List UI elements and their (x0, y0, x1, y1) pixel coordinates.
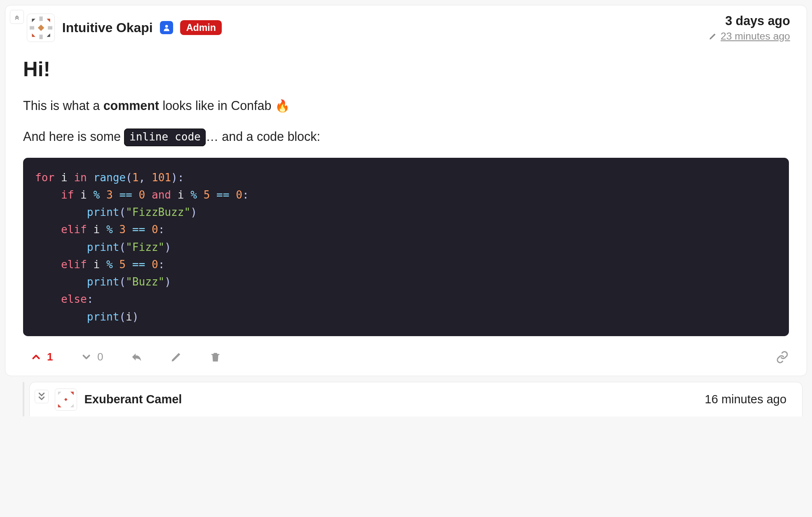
comment-header: Intuitive Okapi Admin 3 days ago 23 minu… (5, 5, 807, 47)
permalink-button[interactable] (776, 351, 789, 364)
fire-emoji-icon: 🔥 (275, 99, 290, 112)
svg-marker-2 (47, 19, 50, 22)
svg-rect-0 (38, 24, 44, 31)
avatar[interactable] (55, 388, 77, 411)
trash-icon (209, 351, 221, 363)
svg-point-9 (165, 25, 168, 28)
reply-thread: Exuberant Camel 16 minutes ago (5, 376, 807, 417)
upvote-count: 1 (47, 351, 53, 363)
downvote-count: 0 (97, 351, 103, 363)
chevrons-up-icon (13, 13, 21, 21)
svg-rect-7 (30, 26, 34, 29)
author-name[interactable]: Exuberant Camel (84, 393, 182, 406)
svg-rect-8 (48, 26, 52, 29)
bold-text: comment (103, 98, 159, 112)
svg-marker-4 (47, 33, 50, 37)
comment-meta: 3 days ago 23 minutes ago (709, 14, 790, 42)
reply-button[interactable] (131, 351, 143, 363)
comment-heading: Hi! (23, 57, 789, 81)
author-name[interactable]: Intuitive Okapi (62, 20, 153, 35)
role-badge: Admin (180, 20, 222, 35)
author-row: Intuitive Okapi Admin (27, 14, 222, 42)
downvote-button[interactable]: 0 (80, 351, 103, 363)
collapse-button[interactable] (10, 10, 24, 24)
link-icon (776, 351, 789, 364)
avatar[interactable] (27, 14, 55, 42)
text-segment: This is what a (23, 98, 103, 112)
svg-marker-3 (32, 33, 35, 37)
svg-marker-13 (58, 404, 61, 407)
pencil-icon (170, 351, 182, 363)
user-badge[interactable] (160, 21, 173, 34)
comment-paragraph-1: This is what a comment looks like in Con… (23, 96, 789, 115)
reply-card: Exuberant Camel 16 minutes ago (29, 382, 803, 416)
text-segment: … and a code block: (206, 129, 320, 143)
edited-time-text: 23 minutes ago (720, 30, 790, 42)
text-segment: And here is some (23, 129, 124, 143)
comment-card: Intuitive Okapi Admin 3 days ago 23 minu… (5, 5, 807, 376)
edited-time[interactable]: 23 minutes ago (709, 30, 790, 42)
chevrons-down-icon (35, 390, 48, 403)
delete-button[interactable] (209, 351, 221, 363)
avatar-identicon-icon (30, 16, 52, 39)
svg-marker-14 (70, 404, 74, 407)
chevron-down-icon (80, 351, 92, 363)
reply-header: Exuberant Camel 16 minutes ago (30, 382, 802, 416)
posted-time[interactable]: 3 days ago (725, 14, 790, 28)
svg-marker-1 (32, 19, 35, 22)
svg-rect-6 (39, 35, 42, 39)
chevron-up-icon (30, 351, 42, 363)
svg-rect-5 (39, 16, 42, 21)
thread-line (23, 382, 24, 416)
posted-time[interactable]: 16 minutes ago (705, 393, 786, 406)
comment-paragraph-2: And here is some inline code… and a code… (23, 127, 789, 146)
svg-rect-10 (64, 398, 68, 401)
inline-code: inline code (124, 129, 206, 146)
avatar-identicon-icon (57, 391, 75, 409)
upvote-button[interactable]: 1 (30, 351, 53, 363)
comment-body: Hi! This is what a comment looks like in… (5, 47, 807, 336)
pencil-icon (709, 32, 717, 40)
action-bar: 1 0 (5, 344, 807, 363)
svg-marker-12 (70, 392, 74, 395)
author-row: Exuberant Camel (55, 388, 182, 411)
edit-button[interactable] (170, 351, 182, 363)
person-icon (162, 23, 171, 32)
code-block: for i in range(1, 101): if i % 3 == 0 an… (23, 158, 789, 336)
text-segment: looks like in Confab (159, 98, 275, 112)
svg-marker-11 (58, 392, 61, 395)
collapse-button[interactable] (35, 390, 49, 404)
reply-icon (131, 351, 143, 363)
